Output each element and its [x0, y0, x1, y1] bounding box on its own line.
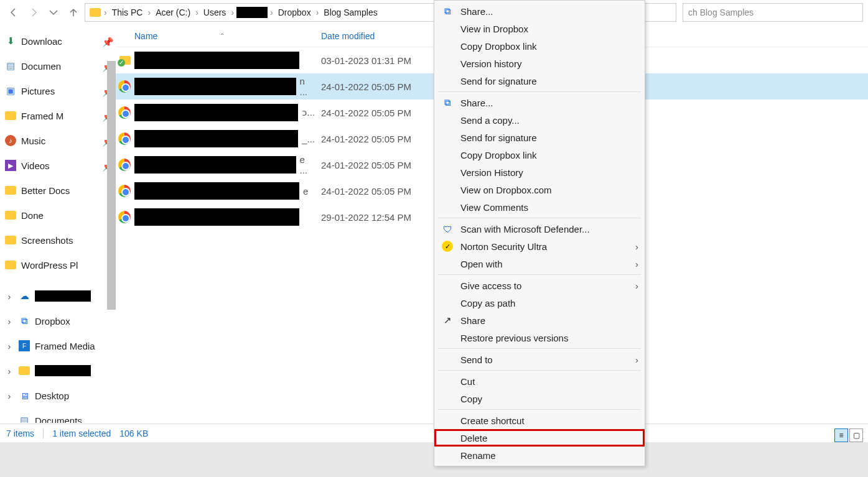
- menu-item-restore-previous-versions[interactable]: Restore previous versions: [434, 329, 645, 346]
- folder-icon: [5, 185, 16, 196]
- menu-item-norton-security-ultra[interactable]: ✓Norton Security Ultra›: [434, 238, 645, 255]
- sidebar-item-wordpress[interactable]: WordPress Pl: [0, 252, 116, 277]
- sidebar-item-music[interactable]: ♪ Music 📌: [0, 128, 116, 153]
- sidebar-item-screenshots[interactable]: Screenshots: [0, 228, 116, 252]
- sidebar-item-label: WordPress Pl: [21, 260, 78, 271]
- menu-item-share[interactable]: ↗Share: [434, 312, 645, 329]
- onedrive-icon: ☁: [19, 290, 30, 302]
- chevron-right-icon: ›: [146, 7, 152, 17]
- crumb-this-pc[interactable]: This PC: [110, 6, 146, 19]
- menu-item-view-on-dropbox-com[interactable]: View on Dropbox.com: [434, 181, 645, 198]
- defender-icon: 🛡: [441, 224, 454, 234]
- sidebar-item-better-docs[interactable]: Better Docs: [0, 178, 116, 203]
- crumb-users[interactable]: Users: [201, 6, 229, 19]
- menu-item-send-for-signature[interactable]: Send for signature: [434, 129, 645, 146]
- menu-item-label: Open with: [460, 259, 503, 269]
- search-input[interactable]: ch Blog Samples: [683, 3, 863, 22]
- menu-item-label: Norton Security Ultra: [460, 241, 547, 252]
- menu-separator: [438, 91, 641, 92]
- menu-item-label: View in Dropbox: [460, 24, 528, 34]
- sidebar-item-downloads[interactable]: ⬇ Downloac 📌: [0, 29, 116, 53]
- menu-separator: [438, 274, 641, 275]
- menu-item-view-in-dropbox[interactable]: View in Dropbox: [434, 20, 645, 37]
- sidebar-item-label-redacted: [35, 290, 91, 302]
- sidebar-tree-desktop[interactable]: › 🖥 Desktop: [0, 383, 116, 408]
- sidebar-tree-documents[interactable]: ▤ Documents: [0, 408, 116, 423]
- view-large-button[interactable]: ▢: [849, 428, 863, 442]
- file-name-redacted: [134, 156, 296, 174]
- menu-item-copy-as-path[interactable]: Copy as path: [434, 294, 645, 312]
- menu-separator: [438, 218, 641, 218]
- menu-item-cut[interactable]: Cut: [434, 373, 645, 390]
- crumb-drive[interactable]: Acer (C:): [153, 6, 193, 19]
- menu-item-open-with[interactable]: Open with›: [434, 255, 645, 272]
- chevron-right-icon: ›: [635, 259, 638, 269]
- menu-item-version-history[interactable]: Version history: [434, 55, 645, 72]
- norton-icon: ✓: [441, 241, 454, 252]
- nav-forward[interactable]: [25, 4, 42, 21]
- menu-item-label: View Comments: [460, 202, 528, 213]
- sidebar-item-framed-m[interactable]: Framed M 📌: [0, 103, 116, 128]
- menu-item-copy[interactable]: Copy: [434, 390, 645, 407]
- folder-icon: [89, 6, 101, 19]
- sidebar-item-label: Done: [21, 210, 44, 221]
- chevron-right-icon: ›: [5, 366, 14, 376]
- nav-back[interactable]: [5, 4, 22, 21]
- menu-item-create-shortcut[interactable]: Create shortcut: [434, 412, 645, 429]
- menu-item-send-to[interactable]: Send to›: [434, 351, 645, 368]
- chrome-icon: [118, 80, 131, 93]
- scrollbar-thumb[interactable]: [107, 61, 116, 310]
- context-menu: ⧉Share...View in DropboxCopy Dropbox lin…: [434, 0, 645, 466]
- folder-icon: [5, 234, 16, 246]
- menu-item-give-access-to[interactable]: Give access to›: [434, 277, 645, 294]
- chrome-icon: [118, 106, 131, 119]
- sidebar-item-label: Documen: [21, 61, 61, 72]
- view-details-button[interactable]: ≡: [834, 428, 848, 442]
- sidebar-tree-framed-media[interactable]: › F Framed Media: [0, 333, 116, 358]
- column-date[interactable]: Date modified: [315, 31, 439, 41]
- chevron-right-icon: ›: [230, 7, 235, 17]
- file-name-tail: e: [303, 186, 308, 197]
- status-selected: 1 item selected: [52, 428, 111, 438]
- menu-item-share[interactable]: ⧉Share...: [434, 2, 645, 20]
- menu-item-send-for-signature[interactable]: Send for signature: [434, 72, 645, 90]
- sidebar-item-label: Framed Media: [35, 341, 95, 351]
- menu-item-view-comments[interactable]: View Comments: [434, 198, 645, 216]
- dropbox-icon: ⧉: [441, 97, 454, 108]
- folder-icon: [119, 56, 131, 65]
- chevron-right-icon: ›: [635, 354, 638, 365]
- sidebar-item-pictures[interactable]: ▣ Pictures 📌: [0, 78, 116, 103]
- file-name-tail: _...: [302, 134, 315, 144]
- sidebar-item-label: Desktop: [35, 391, 69, 401]
- sidebar-item-done[interactable]: Done: [0, 203, 116, 228]
- sidebar-item-videos[interactable]: ▶ Videos 📌: [0, 153, 116, 178]
- crumb-user-redacted[interactable]: [236, 7, 268, 18]
- menu-item-copy-dropbox-link[interactable]: Copy Dropbox link: [434, 146, 645, 164]
- menu-item-version-history[interactable]: Version History: [434, 164, 645, 181]
- menu-item-scan-with-microsoft-defender[interactable]: 🛡Scan with Microsoft Defender...: [434, 220, 645, 238]
- menu-item-rename[interactable]: Rename: [434, 447, 645, 464]
- sidebar-tree-onedrive[interactable]: › ☁: [0, 284, 116, 308]
- crumb-dropbox[interactable]: Dropbox: [276, 6, 314, 19]
- status-item-count: 7 items: [6, 428, 34, 438]
- share-icon: ↗: [441, 315, 454, 326]
- chevron-right-icon: ›: [5, 341, 14, 351]
- menu-item-copy-dropbox-link[interactable]: Copy Dropbox link: [434, 37, 645, 55]
- file-date: 24-01-2022 05:05 PM: [315, 186, 439, 197]
- nav-up[interactable]: [65, 4, 82, 21]
- sidebar-item-documents[interactable]: ▤ Documen 📌: [0, 53, 116, 78]
- menu-item-share[interactable]: ⧉Share...: [434, 94, 645, 111]
- menu-separator: [438, 409, 641, 410]
- menu-item-send-a-copy[interactable]: Send a copy...: [434, 111, 645, 129]
- column-name[interactable]: Name ⌃: [116, 31, 315, 41]
- sidebar-tree-redacted[interactable]: ›: [0, 358, 116, 383]
- menu-item-label: Send for signature: [460, 76, 537, 86]
- crumb-blog-samples[interactable]: Blog Samples: [321, 6, 380, 19]
- column-date-label: Date modified: [321, 31, 375, 41]
- menu-item-label: Copy Dropbox link: [460, 41, 537, 52]
- navigation-pane: ⬇ Downloac 📌 ▤ Documen 📌 ▣ Pictures 📌 Fr…: [0, 25, 116, 423]
- chevron-right-icon: ›: [635, 241, 638, 252]
- menu-item-delete[interactable]: Delete: [434, 429, 645, 447]
- nav-recent[interactable]: [45, 4, 62, 21]
- sidebar-tree-dropbox[interactable]: › ⧉ Dropbox: [0, 308, 116, 333]
